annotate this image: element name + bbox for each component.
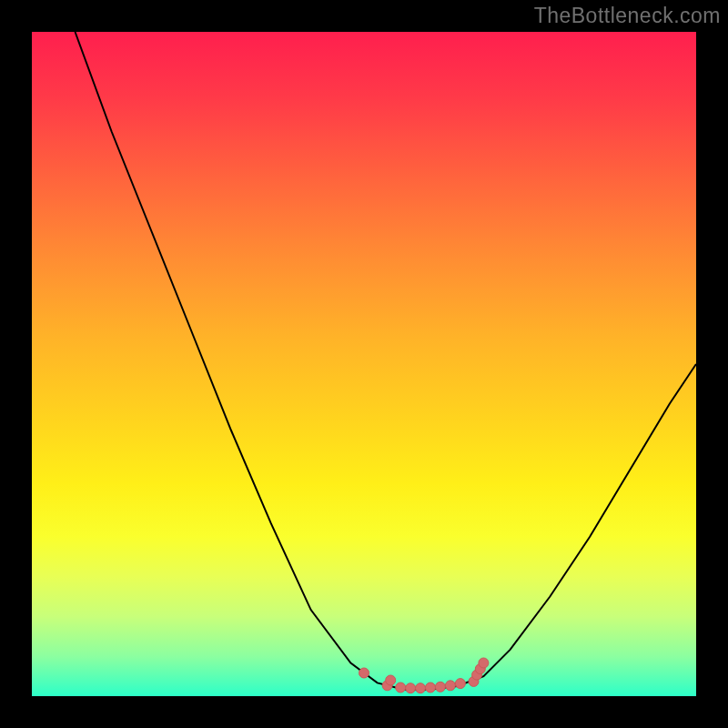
watermark-text: TheBottleneck.com: [534, 4, 721, 28]
bottleneck-curve: [76, 32, 697, 690]
data-marker: [479, 658, 489, 668]
plot-area: [32, 32, 696, 696]
data-marker: [416, 683, 426, 693]
chart-svg: [32, 32, 696, 696]
data-marker: [396, 682, 406, 693]
data-marker: [455, 679, 465, 689]
data-marker: [445, 681, 455, 691]
data-markers: [359, 658, 489, 693]
data-marker: [386, 675, 396, 685]
data-marker: [406, 683, 416, 693]
chart-frame: TheBottleneck.com: [0, 0, 728, 728]
data-marker: [435, 682, 445, 692]
data-marker: [426, 682, 436, 693]
data-marker: [359, 668, 369, 678]
